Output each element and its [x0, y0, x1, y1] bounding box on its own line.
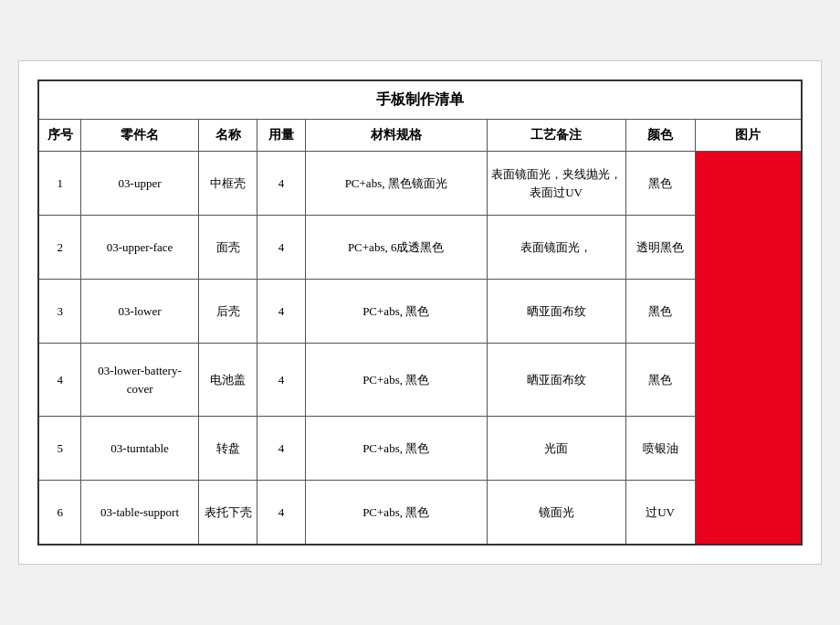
- table-row: 303-lower后壳4PC+abs, 黑色晒亚面布纹黑色: [38, 280, 802, 344]
- cell-color: 喷银油: [625, 417, 695, 481]
- header-row: 序号 零件名 名称 用量 材料规格 工艺备注 颜色 图片: [38, 120, 802, 152]
- header-seq: 序号: [38, 120, 81, 152]
- cell-seq: 2: [38, 216, 81, 280]
- cell-seq: 4: [38, 344, 81, 417]
- header-image: 图片: [695, 120, 802, 152]
- cell-seq: 3: [38, 280, 81, 344]
- table-title: 手板制作清单: [38, 80, 802, 120]
- header-part-name: 名称: [198, 120, 257, 152]
- table-body: 103-upper中框壳4PC+abs, 黑色镜面光表面镜面光，夹线抛光，表面过…: [38, 152, 802, 545]
- cell-qty: 4: [257, 417, 306, 481]
- cell-qty: 4: [257, 481, 306, 545]
- cell-spec: PC+abs, 黑色: [305, 481, 487, 545]
- cell-part-name: 后壳: [198, 280, 257, 344]
- cell-qty: 4: [257, 152, 306, 216]
- main-table: 手板制作清单 序号 零件名 名称 用量 材料规格 工艺备注 颜色 图片 103-…: [37, 79, 803, 546]
- cell-part-code: 03-table-support: [81, 481, 199, 545]
- cell-process: 晒亚面布纹: [487, 344, 625, 417]
- cell-part-code: 03-upper-face: [81, 216, 199, 280]
- cell-seq: 5: [38, 417, 81, 481]
- cell-color: 透明黑色: [625, 216, 695, 280]
- cell-color: 黑色: [625, 344, 695, 417]
- header-color: 颜色: [625, 120, 695, 152]
- title-row: 手板制作清单: [38, 80, 802, 120]
- cell-spec: PC+abs, 黑色: [305, 280, 487, 344]
- cell-part-code: 03-lower-battery-cover: [81, 344, 199, 417]
- cell-color: 过UV: [625, 481, 695, 545]
- cell-part-code: 03-turntable: [81, 417, 199, 481]
- table-row: 503-turntable转盘4PC+abs, 黑色光面喷银油: [38, 417, 802, 481]
- header-qty: 用量: [257, 120, 306, 152]
- cell-part-name: 面壳: [198, 216, 257, 280]
- cell-part-code: 03-lower: [81, 280, 199, 344]
- table-row: 403-lower-battery-cover电池盖4PC+abs, 黑色晒亚面…: [38, 344, 802, 417]
- cell-spec: PC+abs, 黑色镜面光: [305, 152, 487, 216]
- cell-part-name: 电池盖: [198, 344, 257, 417]
- header-spec: 材料规格: [305, 120, 487, 152]
- cell-image: [695, 152, 802, 545]
- cell-part-code: 03-upper: [81, 152, 199, 216]
- header-process: 工艺备注: [487, 120, 625, 152]
- header-part-code: 零件名: [81, 120, 199, 152]
- cell-part-name: 中框壳: [198, 152, 257, 216]
- cell-seq: 6: [38, 481, 81, 545]
- cell-spec: PC+abs, 黑色: [305, 417, 487, 481]
- cell-qty: 4: [257, 280, 306, 344]
- cell-process: 光面: [487, 417, 625, 481]
- cell-seq: 1: [38, 152, 81, 216]
- cell-process: 镜面光: [487, 481, 625, 545]
- cell-process: 表面镜面光，: [487, 216, 625, 280]
- cell-color: 黑色: [625, 152, 695, 216]
- table-row: 203-upper-face面壳4PC+abs, 6成透黑色表面镜面光，透明黑色: [38, 216, 802, 280]
- cell-spec: PC+abs, 6成透黑色: [305, 216, 487, 280]
- cell-qty: 4: [257, 344, 306, 417]
- cell-spec: PC+abs, 黑色: [305, 344, 487, 417]
- table-row: 103-upper中框壳4PC+abs, 黑色镜面光表面镜面光，夹线抛光，表面过…: [38, 152, 802, 216]
- cell-process: 晒亚面布纹: [487, 280, 625, 344]
- cell-part-name: 转盘: [198, 417, 257, 481]
- cell-qty: 4: [257, 216, 306, 280]
- table-row: 603-table-support表托下壳4PC+abs, 黑色镜面光过UV: [38, 481, 802, 545]
- page-wrapper: 手板制作清单 序号 零件名 名称 用量 材料规格 工艺备注 颜色 图片 103-…: [18, 60, 822, 565]
- cell-part-name: 表托下壳: [198, 481, 257, 545]
- cell-color: 黑色: [625, 280, 695, 344]
- cell-process: 表面镜面光，夹线抛光，表面过UV: [487, 152, 625, 216]
